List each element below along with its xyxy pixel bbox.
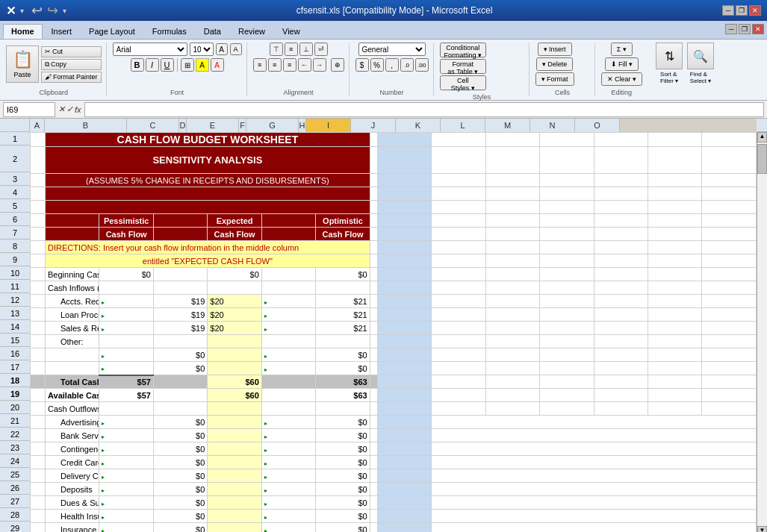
cell-i16[interactable] (377, 348, 431, 362)
cell-n6[interactable] (648, 214, 701, 228)
conditional-formatting-btn[interactable]: ConditionalFormatting ▾ (440, 43, 487, 57)
cell-g10[interactable]: $0 (316, 268, 370, 281)
tab-formulas[interactable]: Formulas (144, 24, 195, 39)
cell-f23-arrow[interactable]: ▸ (261, 442, 315, 456)
confirm-formula-btn[interactable]: ✓ (66, 104, 73, 114)
tab-data[interactable]: Data (196, 24, 229, 39)
cell-i4[interactable] (377, 187, 431, 201)
cell-c17-arrow[interactable]: ▸ (99, 362, 153, 375)
cell-e24[interactable] (208, 456, 261, 469)
cell-b1[interactable]: CASH FLOW BUDGET WORKSHEET (46, 133, 370, 147)
cell-n14[interactable] (648, 322, 701, 335)
cell-n19[interactable] (648, 389, 701, 402)
cell-h13[interactable] (370, 308, 377, 322)
cell-e25[interactable] (208, 469, 261, 483)
cell-h6[interactable] (370, 214, 377, 228)
scroll-up-btn[interactable]: ▲ (757, 132, 767, 143)
cell-c12v[interactable]: $19 (153, 295, 207, 308)
cell-i29[interactable] (377, 523, 431, 533)
cell-l3[interactable] (540, 174, 594, 187)
formula-input[interactable] (84, 102, 764, 117)
col-header-n[interactable]: N (530, 119, 575, 132)
cell-i24[interactable] (377, 456, 431, 469)
cell-m13[interactable] (594, 308, 648, 322)
row-header-23[interactable]: 23 (0, 441, 30, 454)
cell-k19[interactable] (485, 389, 539, 402)
cell-a4[interactable] (31, 187, 46, 201)
cell-n4[interactable] (648, 187, 701, 201)
cell-b12[interactable]: Accts. Rec. Collections (46, 295, 99, 308)
cell-e22[interactable] (208, 429, 261, 442)
cell-m6[interactable] (594, 214, 648, 228)
cell-i21[interactable] (377, 416, 431, 429)
cell-c13-arrow[interactable]: ▸ (99, 308, 153, 322)
cell-m11[interactable] (594, 281, 648, 295)
row-header-26[interactable]: 26 (0, 481, 30, 495)
align-bottom-btn[interactable]: ⊥ (299, 43, 313, 56)
row-header-20[interactable]: 20 (0, 401, 30, 414)
cell-h14[interactable] (370, 322, 377, 335)
cell-n13[interactable] (648, 308, 701, 322)
align-center-btn[interactable]: ≡ (268, 58, 282, 72)
cell-a12[interactable] (31, 295, 46, 308)
percent-btn[interactable]: % (370, 58, 384, 72)
cell-styles-btn[interactable]: CellStyles ▾ (440, 75, 487, 90)
cell-l15[interactable] (540, 335, 594, 348)
cell-a11[interactable] (31, 281, 46, 295)
cell-g6[interactable]: Optimistic (316, 214, 370, 228)
cell-h25[interactable] (370, 469, 377, 483)
cell-i27[interactable] (377, 496, 431, 510)
cell-m16[interactable] (594, 348, 648, 362)
cell-l1[interactable] (540, 133, 594, 147)
cell-d6[interactable] (153, 214, 207, 228)
cell-h17[interactable] (370, 362, 377, 375)
minimize-btn[interactable]: ─ (722, 5, 734, 16)
cell-b21[interactable]: Advertising (46, 416, 99, 429)
scroll-track[interactable] (757, 143, 767, 526)
decimal-inc-btn[interactable]: .0 (400, 58, 414, 72)
cell-c23-arrow[interactable]: ▸ (99, 442, 153, 456)
cell-o8[interactable] (702, 241, 757, 254)
cell-o20[interactable] (702, 402, 757, 416)
cell-o18[interactable] (702, 375, 757, 389)
row-header-17[interactable]: 17 (0, 360, 30, 374)
cell-a9[interactable] (31, 254, 46, 268)
cell-g18[interactable]: $63 (316, 375, 370, 389)
cell-i9[interactable] (377, 254, 431, 268)
cell-l19[interactable] (540, 389, 594, 402)
align-right-btn[interactable]: ≡ (283, 58, 296, 72)
cell-h8[interactable] (370, 241, 377, 254)
cell-o11[interactable] (702, 281, 757, 295)
cell-k7[interactable] (485, 228, 539, 241)
cell-j14[interactable] (432, 322, 485, 335)
col-header-d[interactable]: D (179, 119, 187, 132)
cell-rest-28[interactable] (432, 510, 757, 523)
cell-b25[interactable]: Delivery Charges (46, 469, 99, 483)
cell-b20[interactable]: Cash Outflows (Expenses): (46, 402, 99, 416)
cell-a22[interactable] (31, 429, 46, 442)
cell-f17-arrow[interactable]: ▸ (261, 362, 315, 375)
cell-a2[interactable] (31, 147, 46, 174)
cell-rest-29[interactable] (432, 523, 757, 533)
cell-m14[interactable] (594, 322, 648, 335)
cell-f28-arrow[interactable]: ▸ (261, 510, 315, 523)
cell-l11[interactable] (540, 281, 594, 295)
cell-n1[interactable] (648, 133, 701, 147)
cell-k13[interactable] (485, 308, 539, 322)
ribbon-close-btn[interactable]: ✕ (752, 24, 764, 34)
cell-c14-arrow[interactable]: ▸ (99, 322, 153, 335)
cell-k11[interactable] (485, 281, 539, 295)
cell-e13[interactable]: $20 (208, 308, 261, 322)
cell-a16[interactable] (31, 348, 46, 362)
tab-view[interactable]: View (274, 24, 308, 39)
cell-k1[interactable] (485, 133, 539, 147)
cell-o13[interactable] (702, 308, 757, 322)
cell-n16[interactable] (648, 348, 701, 362)
cell-i23[interactable] (377, 442, 431, 456)
cell-o12[interactable] (702, 295, 757, 308)
cell-c24[interactable]: $0 (153, 456, 207, 469)
cell-e18[interactable]: $60 (208, 375, 261, 389)
number-format-select[interactable]: General (358, 43, 426, 56)
cell-h24[interactable] (370, 456, 377, 469)
col-header-j[interactable]: J (351, 119, 396, 132)
